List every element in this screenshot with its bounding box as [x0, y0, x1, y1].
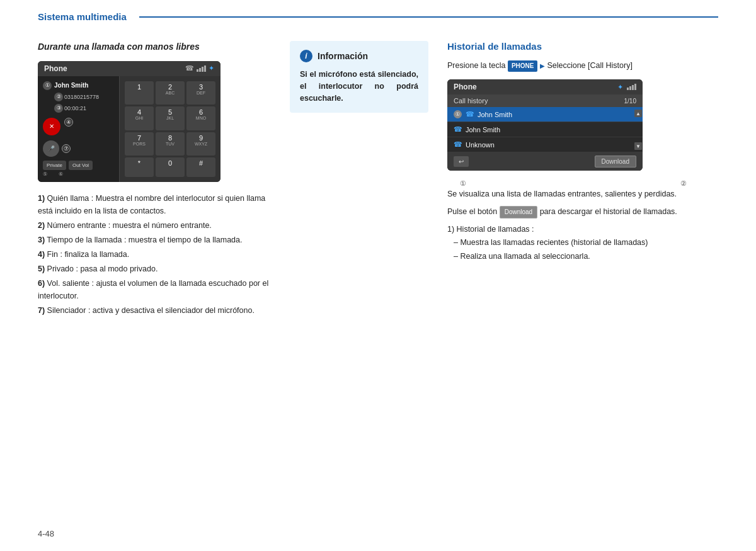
annotation-row: ① ②: [447, 179, 718, 188]
signal-bar-1: [197, 69, 198, 72]
info-text: Si el micrófono está silenciado, el inte…: [300, 69, 418, 104]
call-icon: ☎: [185, 64, 194, 72]
right-column: Historial de llamadas Presione la tecla …: [447, 41, 718, 319]
callhist-list-container: ① ☎ John Smith ☎ John Smith ☎ Unknown: [447, 107, 643, 152]
phone-numpad: 1 2ABC 3DEF 4GHI 5JKL 6MNO 7PORS 8TUV 9W…: [120, 76, 220, 182]
bar2: [629, 86, 631, 90]
phone-bottom-buttons: Private Out Vol: [43, 161, 114, 170]
key-3[interactable]: 3DEF: [186, 81, 215, 105]
key-8[interactable]: 8TUV: [156, 132, 185, 156]
desc-text-2: Pulse el botón Download para descargar e…: [447, 205, 718, 219]
header-divider: [139, 16, 718, 18]
key-1[interactable]: 1: [125, 81, 154, 105]
left-section-title: Durante una llamada con manos libres: [38, 41, 271, 54]
phone-header: Phone ☎ ✦: [38, 61, 220, 76]
info-icon: i: [300, 50, 312, 62]
right-section-title: Historial de llamadas: [447, 41, 718, 52]
page-header: Sistema multimedia: [0, 0, 756, 28]
callhist-back-button[interactable]: ↩: [454, 156, 469, 167]
list-item-2: 2) Número entrante : muestra el número e…: [38, 219, 271, 232]
caller-number: ②03180215778: [54, 93, 114, 101]
callhist-subheader: Call history 1/10: [447, 94, 643, 107]
bar4: [634, 84, 636, 90]
list-item-6: 6) Vol. saliente : ajusta el volumen de …: [38, 277, 271, 302]
key-hash[interactable]: #: [186, 157, 215, 177]
end-call-icon: ✕: [49, 123, 54, 130]
callhist-footer: ↩ Download: [447, 152, 643, 171]
callhist-scrollbar[interactable]: ▲ ▼: [634, 107, 643, 152]
callhist-list: ① ☎ John Smith ☎ John Smith ☎ Unknown: [447, 107, 643, 152]
left-column: Durante una llamada con manos libres Pho…: [38, 41, 271, 319]
bluetooth-icon-ch: ✦: [617, 83, 623, 91]
sub-list-item-1: Muestra las llamadas recientes (historia…: [454, 236, 718, 249]
callhist-header-icons: ✦: [617, 83, 636, 91]
caller-name: John Smith: [54, 82, 88, 89]
download-label-ui: Download: [602, 158, 629, 165]
header-title: Sistema multimedia: [38, 11, 127, 22]
signal-bars-ch: [627, 84, 636, 90]
key-7[interactable]: 7PORS: [125, 132, 154, 156]
circle-3: ③: [54, 104, 63, 113]
callhist-item-3[interactable]: ☎ Unknown: [447, 137, 643, 152]
intro-post: Seleccione [Call History]: [547, 61, 632, 70]
info-title: Información: [318, 51, 368, 61]
info-box: i Información Si el micrófono está silen…: [290, 41, 428, 113]
key-5[interactable]: 5JKL: [156, 106, 185, 130]
outvol-btn[interactable]: Out Vol: [69, 161, 93, 170]
sub-list-section: 1) Historial de llamadas : Muestra las l…: [447, 225, 718, 263]
label-5: ⑤: [43, 171, 47, 177]
phone-key-badge: PHONE: [508, 60, 538, 72]
phone-signal-area: ☎ ✦: [185, 64, 214, 72]
phone-mockup: Phone ☎ ✦ ① John Smit: [38, 61, 220, 182]
circle-4: ④: [64, 118, 73, 127]
back-arrow-icon: ↩: [459, 158, 464, 165]
label-6: ⑥: [59, 171, 63, 177]
caller-name-row: ① John Smith: [43, 81, 114, 90]
scroll-up-arrow[interactable]: ▲: [634, 110, 642, 117]
desc2-pre: Pulse el botón: [447, 207, 500, 216]
key-9[interactable]: 9WXYZ: [186, 132, 215, 156]
feature-list: 1) Quién llama : Muestra el nombre del i…: [38, 192, 271, 317]
desc-text-1: Se visualiza una lista de llamadas entra…: [447, 188, 718, 200]
end-call-button[interactable]: ✕: [43, 118, 60, 135]
callhist-mockup: Phone ✦ Call history 1/10: [447, 79, 643, 171]
sub-list-item-2: Realiza una llamada al seleccionarla.: [454, 250, 718, 263]
signal-bar-3: [202, 67, 203, 72]
list-item-3: 3) Tiempo de la llamada : muestra el tie…: [38, 234, 271, 246]
annotation-1: ①: [460, 179, 466, 188]
intro-pre: Presione la tecla: [447, 61, 508, 70]
main-content: Durante una llamada con manos libres Pho…: [0, 28, 756, 331]
phone-actions: ✕ ④: [43, 118, 114, 135]
page-footer: 4-48: [38, 529, 54, 538]
callhist-item-1[interactable]: ① ☎ John Smith: [447, 107, 643, 122]
btn-labels: ⑤ ⑥: [43, 171, 114, 177]
key-6[interactable]: 6MNO: [186, 106, 215, 130]
list-item-7: 7) Silenciador : activa y desactiva el s…: [38, 304, 271, 317]
callhist-download-button[interactable]: Download: [595, 156, 636, 168]
key-star[interactable]: *: [125, 157, 154, 177]
key-4[interactable]: 4GHI: [125, 106, 154, 130]
list-item-4: 4) Fin : finaliza la llamada.: [38, 248, 271, 261]
private-btn[interactable]: Private: [43, 161, 66, 170]
page-number: 4-48: [38, 529, 54, 538]
list-item-5: 5) Privado : pasa al modo privado.: [38, 263, 271, 275]
mute-area: 🎤 ⑦: [43, 140, 114, 157]
ch-name-2: John Smith: [466, 126, 500, 133]
circle-7: ⑦: [62, 144, 71, 153]
key-0[interactable]: 0: [156, 157, 185, 177]
list-item-1: 1) Quién llama : Muestra el nombre del i…: [38, 192, 271, 217]
callhist-page: 1/10: [624, 98, 636, 105]
mute-icon: 🎤: [43, 140, 59, 157]
scroll-down-arrow[interactable]: ▼: [634, 142, 642, 150]
circle-2: ②: [54, 93, 63, 101]
middle-column: i Información Si el micrófono está silen…: [290, 41, 428, 319]
annotation-2: ②: [680, 179, 687, 188]
callhist-sub-label: Call history: [454, 97, 488, 105]
callhist-item-2[interactable]: ☎ John Smith: [447, 122, 643, 137]
bluetooth-icon: ✦: [209, 64, 214, 72]
key-2[interactable]: 2ABC: [156, 81, 185, 105]
caller-time: ③00:00:21: [54, 104, 114, 113]
signal-bar-2: [199, 68, 201, 72]
ch-name-3: Unknown: [466, 141, 495, 149]
phone-caller-info: ① John Smith ②03180215778 ③00:00:21 ✕ ④: [38, 76, 120, 182]
